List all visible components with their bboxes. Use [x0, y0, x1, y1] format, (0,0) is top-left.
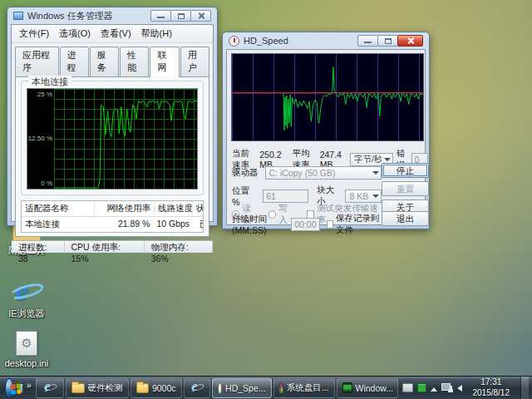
tray-ime-icon[interactable]	[402, 383, 413, 392]
graph-y-axis: 25 % 12.50 % 0 %	[27, 89, 54, 189]
chevron-expand-icon[interactable]: »	[27, 381, 32, 390]
folder-icon	[136, 383, 149, 393]
adapter-table: 适配器名称 网络使用率 线路速度 状态 本地连接 21.89 % 10 Gbps…	[21, 200, 204, 233]
desktop-icon-ie[interactable]: e IE浏览器	[0, 278, 53, 318]
minimize-button[interactable]	[357, 35, 378, 47]
status-physical-memory: 物理内存: 36%	[145, 241, 213, 253]
chevron-down-icon	[372, 195, 379, 198]
status-bar: 进程数: 38 CPU 使用率: 15% 物理内存: 36%	[12, 240, 213, 253]
tray-task-manager-icon[interactable]	[417, 383, 426, 392]
green-monitor-icon	[342, 382, 352, 393]
clock-icon	[218, 382, 223, 394]
col-adapter-name[interactable]: 适配器名称	[22, 201, 95, 216]
status-cpu-usage: CPU 使用率: 15%	[65, 241, 145, 253]
maximize-button[interactable]	[377, 35, 398, 47]
col-network-utilization[interactable]: 网络使用率	[95, 201, 155, 216]
taskbar-button-ie-pinned[interactable]: e	[36, 378, 64, 398]
chevron-down-icon	[384, 158, 391, 161]
adapter-table-header: 适配器名称 网络使用率 线路速度 状态	[22, 201, 203, 217]
desktop-icon-label: desktop.ini	[5, 358, 49, 368]
internet-explorer-icon: e	[190, 382, 204, 395]
status-processes: 进程数: 38	[12, 241, 65, 253]
tab-performance[interactable]: 性能	[120, 47, 149, 76]
window-title: Windows 任务管理器	[27, 10, 113, 22]
save-log-checkbox[interactable]	[327, 220, 333, 229]
local-connection-groupbox: 本地连接 25 % 12.50 % 0 %	[21, 81, 204, 195]
clock-date: 2015/8/12	[473, 388, 510, 399]
y-label-12-50: 12.50 %	[28, 135, 52, 142]
cell-state: 已连接	[191, 217, 203, 232]
col-state[interactable]: 状态	[193, 201, 203, 216]
task-manager-window-icon	[13, 12, 23, 20]
clock-time: 17:31	[473, 377, 510, 388]
hd-speed-window-icon	[229, 36, 239, 47]
cell-network-utilization: 21.89 %	[94, 217, 153, 232]
system-tray: 17:31 2015/8/12	[399, 377, 532, 399]
desktop-icon-label: IE浏览器	[8, 308, 44, 318]
windows-logo-icon	[10, 383, 21, 394]
duration-field[interactable]: 00:00	[291, 218, 319, 231]
hd-speed-titlebar[interactable]: HD_Speed	[226, 32, 426, 49]
tab-services[interactable]: 服务	[90, 47, 119, 76]
taskbar-button-ie-window[interactable]: e	[184, 378, 210, 398]
tray-hidden-icons-icon[interactable]	[431, 387, 437, 392]
hd-speed-trace	[283, 67, 423, 131]
tab-strip: 应用程序 进程 服务 性能 联网 用户	[12, 43, 213, 76]
tab-users[interactable]: 用户	[180, 47, 209, 76]
ini-file-icon: ⚙	[16, 331, 37, 356]
taskbar-button-9000c[interactable]: 9000c	[131, 378, 182, 398]
hd-speed-window: HD_Speed 当前速率 250.2 MB 平均速率 247.4 MB	[222, 32, 430, 229]
tab-applications[interactable]: 应用程序	[15, 47, 59, 76]
network-usage-trace	[54, 101, 197, 188]
menu-options[interactable]: 选项(O)	[55, 27, 95, 41]
minimize-button[interactable]	[150, 10, 171, 22]
cell-link-speed: 10 Gbps	[153, 217, 191, 232]
tray-volume-icon[interactable]	[457, 385, 462, 392]
y-label-0: 0 %	[41, 180, 52, 187]
duration-label: 持续时间 (MM:SS)	[232, 214, 288, 235]
show-desktop-button[interactable]	[520, 377, 529, 399]
networking-tab-panel: 本地连接 25 % 12.50 % 0 %	[15, 76, 209, 237]
close-button[interactable]	[190, 10, 211, 22]
task-manager-window: Windows 任务管理器 文件(F) 选项(O) 查看(V) 帮助(H) 应用…	[7, 7, 218, 226]
drive-label: 驱动器	[232, 167, 259, 179]
stop-button[interactable]: 停止	[382, 163, 429, 178]
taskbar-clock[interactable]: 17:31 2015/8/12	[470, 377, 517, 398]
block-size-select[interactable]: 8 KB	[345, 190, 382, 203]
start-button[interactable]	[5, 378, 13, 398]
position-field[interactable]: 61	[263, 190, 308, 203]
table-row[interactable]: 本地连接 21.89 % 10 Gbps 已连接	[22, 217, 203, 232]
network-usage-plot	[54, 89, 197, 189]
reset-button[interactable]: 重置	[382, 181, 429, 196]
taskbar-button-hardware-check[interactable]: 硬件检测	[66, 378, 129, 398]
tab-networking[interactable]: 联网	[150, 47, 179, 77]
close-button[interactable]	[397, 35, 423, 47]
desktop-icon-desktop-ini[interactable]: ⚙ desktop.ini	[0, 331, 53, 368]
menu-file[interactable]: 文件(F)	[15, 27, 53, 41]
drive-select[interactable]: C: iCopy (50 GB)	[265, 166, 382, 180]
menu-view[interactable]: 查看(V)	[96, 27, 135, 41]
exit-button[interactable]: 退出	[382, 211, 429, 226]
cell-adapter-name: 本地连接	[22, 217, 94, 232]
taskbar: » e 硬件检测 9000c e HD_Spe... 系统盘目... Windo…	[0, 376, 532, 399]
desktop: 附送工具 e IE浏览器 ⚙ desktop.ini Windows 任务管理器…	[0, 0, 532, 399]
window-title: HD_Speed	[244, 36, 288, 46]
tab-processes[interactable]: 进程	[60, 47, 89, 76]
menu-help[interactable]: 帮助(H)	[137, 27, 176, 41]
save-log-checkbox-label: 保存记录到文件	[336, 213, 383, 236]
menu-bar: 文件(F) 选项(O) 查看(V) 帮助(H)	[12, 25, 213, 43]
internet-explorer-icon: e	[43, 382, 57, 395]
groupbox-title: 本地连接	[28, 76, 71, 88]
taskbar-button-task-manager[interactable]: Window...	[337, 378, 398, 398]
internet-explorer-icon: e	[12, 278, 42, 306]
col-link-speed[interactable]: 线路速度	[155, 201, 193, 216]
disk-speed-graph	[231, 53, 424, 141]
task-manager-titlebar[interactable]: Windows 任务管理器	[11, 7, 214, 24]
taskbar-button-system-disk[interactable]: 系统盘目...	[273, 378, 335, 398]
maximize-button[interactable]	[170, 10, 191, 22]
folder-icon	[71, 383, 85, 393]
taskbar-button-hd-speed[interactable]: HD_Spe...	[212, 378, 272, 398]
chevron-down-icon	[372, 171, 379, 175]
pinwheel-icon	[279, 382, 283, 394]
network-usage-graph: 25 % 12.50 % 0 %	[27, 88, 198, 190]
